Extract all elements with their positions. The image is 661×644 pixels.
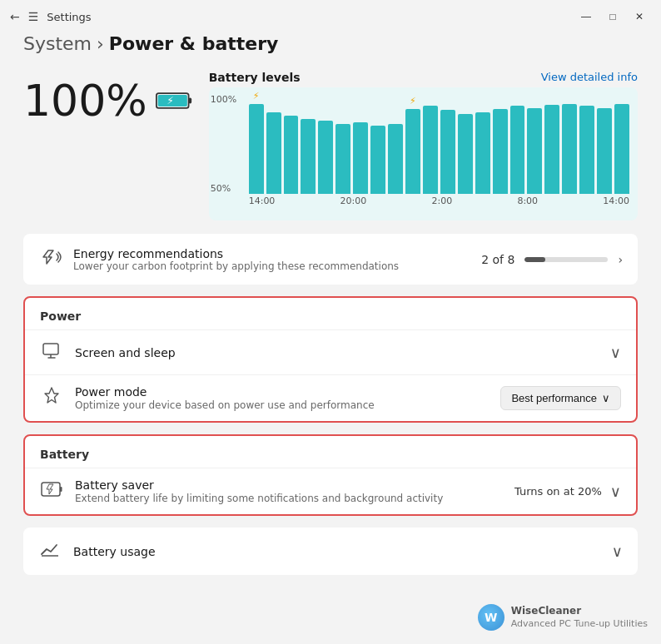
power-mode-dropdown-label: Best performance (511, 392, 597, 404)
battery-saver-subtitle: Extend battery life by limiting some not… (75, 493, 503, 504)
screen-sleep-title: Screen and sleep (75, 346, 599, 359)
chart-bar-13 (475, 112, 490, 194)
chart-bar-9 (405, 109, 420, 194)
chart-bar-10 (423, 106, 438, 194)
battery-saver-control[interactable]: Turns on at 20% ∨ (514, 483, 621, 500)
energy-count: 2 of 8 (481, 253, 514, 266)
energy-chevron-icon: › (618, 253, 623, 266)
svg-rect-6 (60, 487, 62, 492)
battery-saver-text: Battery saver Extend battery life by lim… (75, 478, 503, 504)
battery-saver-chevron-icon: ∨ (610, 483, 621, 500)
chart-x-labels: 14:00 20:00 2:00 8:00 14:00 (249, 196, 629, 206)
svg-rect-4 (43, 344, 58, 354)
energy-progress-bar (524, 257, 608, 262)
content-area: System › Power & battery 100% ⚡ Battery … (0, 33, 661, 644)
screen-sleep-control[interactable]: ∨ (610, 344, 621, 361)
chart-bar-6 (353, 122, 368, 194)
power-mode-control[interactable]: Best performance ∨ (500, 386, 621, 410)
main-window: ← ☰ Settings — □ ✕ System › Power & batt… (0, 0, 661, 644)
battery-percentage-block: 100% ⚡ (23, 71, 192, 122)
battery-usage-chevron-icon: ∨ (612, 542, 623, 560)
screen-sleep-icon (40, 340, 63, 364)
wisecleaner-text: WiseCleaner Advanced PC Tune-up Utilitie… (511, 605, 648, 630)
breadcrumb-current: Power & battery (109, 33, 279, 54)
power-section-card: Power Screen and sleep ∨ (23, 296, 638, 423)
chart-section: Battery levels View detailed info 100% 5… (209, 71, 638, 220)
minimize-button[interactable]: — (574, 5, 598, 28)
battery-saver-row: Battery saver Extend battery life by lim… (25, 468, 636, 514)
chart-bars (249, 94, 629, 194)
chart-bar-21 (614, 104, 629, 194)
x-label-4: 8:00 (517, 196, 538, 206)
x-label-2: 20:00 (340, 196, 367, 206)
title-bar-left: ← ☰ Settings (10, 10, 574, 23)
chart-bar-2 (284, 116, 299, 194)
svg-rect-1 (188, 97, 191, 103)
close-button[interactable]: ✕ (628, 5, 651, 28)
battery-usage-row[interactable]: Battery usage ∨ (23, 528, 638, 575)
menu-icon[interactable]: ☰ (28, 10, 39, 23)
battery-saver-title: Battery saver (75, 478, 503, 492)
wisecleaner-logo: W (478, 604, 504, 631)
energy-subtitle: Lower your carbon footprint by applying … (73, 260, 470, 272)
chart-bar-17 (544, 105, 559, 194)
wisecleaner-badge: W WiseCleaner Advanced PC Tune-up Utilit… (478, 604, 648, 631)
chart-bar-3 (301, 119, 316, 194)
chart-bar-11 (440, 110, 455, 194)
x-label-5: 14:00 (603, 196, 629, 206)
top-section: 100% ⚡ Battery levels View detailed info… (23, 71, 638, 220)
energy-title: Energy recommendations (73, 247, 470, 260)
chart-bar-8 (388, 124, 403, 194)
x-label-1: 14:00 (249, 196, 276, 206)
wisecleaner-tagline: Advanced PC Tune-up Utilities (511, 618, 648, 630)
battery-charging-icon: ⚡ (156, 91, 192, 111)
chart-bar-14 (493, 109, 508, 194)
screen-sleep-text: Screen and sleep (75, 346, 599, 359)
battery-usage-text: Battery usage (73, 545, 600, 558)
battery-usage-control[interactable]: ∨ (612, 542, 623, 560)
chart-bar-1 (266, 112, 281, 194)
battery-section-card: Battery Battery saver Extend battery lif… (23, 434, 638, 516)
energy-recommendations-card[interactable]: Energy recommendations Lower your carbon… (23, 234, 638, 285)
battery-usage-icon (38, 539, 62, 563)
power-section-label: Power (25, 298, 636, 329)
maximize-button[interactable]: □ (601, 5, 624, 28)
energy-icon (38, 245, 62, 273)
power-mode-icon (40, 386, 63, 410)
chart-bar-7 (370, 126, 385, 194)
battery-percentage: 100% (23, 79, 147, 122)
screen-sleep-row[interactable]: Screen and sleep ∨ (25, 329, 636, 374)
battery-usage-title: Battery usage (73, 545, 600, 558)
battery-section-label: Battery (25, 436, 636, 468)
breadcrumb-separator: › (97, 33, 104, 54)
energy-text: Energy recommendations Lower your carbon… (73, 247, 470, 272)
chart-bar-4 (318, 121, 333, 194)
chart-header: Battery levels View detailed info (209, 71, 638, 84)
power-mode-dropdown[interactable]: Best performance ∨ (500, 386, 621, 410)
title-bar: ← ☰ Settings — □ ✕ (0, 0, 661, 33)
chart-bar-20 (597, 108, 612, 194)
power-mode-row: Power mode Optimize your device based on… (25, 374, 636, 421)
power-mode-dropdown-chevron: ∨ (602, 392, 610, 404)
chart-y-labels: 100% 50% (211, 94, 236, 194)
chart-bar-18 (562, 104, 577, 194)
window-controls: — □ ✕ (574, 5, 651, 28)
window-title: Settings (47, 11, 91, 23)
battery-saver-status: Turns on at 20% (514, 485, 602, 498)
battery-saver-icon (40, 479, 63, 503)
chart-title: Battery levels (209, 71, 301, 84)
view-detailed-info-link[interactable]: View detailed info (541, 71, 638, 83)
x-label-3: 2:00 (431, 196, 452, 206)
chart-bar-15 (510, 106, 525, 194)
chart-bar-12 (458, 114, 473, 194)
breadcrumb-system[interactable]: System (23, 33, 92, 54)
power-mode-subtitle: Optimize your device based on power use … (75, 399, 489, 411)
power-mode-text: Power mode Optimize your device based on… (75, 385, 489, 411)
back-button[interactable]: ← (10, 10, 20, 23)
chart-bar-19 (579, 106, 594, 194)
power-mode-title: Power mode (75, 385, 489, 399)
energy-right: 2 of 8 › (481, 253, 623, 266)
battery-chart: 100% 50% 14:00 20:00 2:00 8:00 14:00 (209, 87, 638, 220)
y-label-50: 50% (211, 183, 236, 194)
y-label-100: 100% (211, 94, 236, 105)
